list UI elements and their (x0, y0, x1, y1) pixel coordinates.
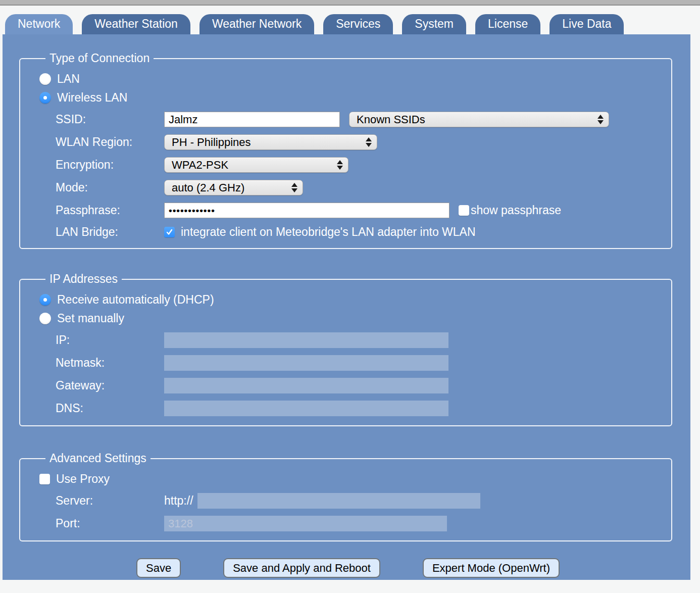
encryption-selected-value: WPA2-PSK (172, 159, 228, 172)
show-passphrase-checkbox[interactable] (459, 205, 469, 216)
gateway-label: Gateway: (56, 379, 164, 392)
save-apply-reboot-button[interactable]: Save and Apply and Reboot (223, 558, 380, 578)
save-button[interactable]: Save (136, 558, 181, 578)
known-ssids-selected-value: Known SSIDs (357, 113, 425, 126)
ip-input[interactable] (164, 332, 448, 348)
encryption-select[interactable]: WPA2-PSK (164, 157, 348, 173)
tab-network[interactable]: Network (5, 14, 73, 34)
gateway-input[interactable] (164, 378, 448, 393)
ssid-label: SSID: (56, 113, 164, 126)
dns-row: DNS: (39, 401, 661, 416)
manual-radio-label: Set manually (57, 312, 124, 325)
lan-bridge-row: LAN Bridge: integrate client on Meteobri… (39, 225, 661, 239)
tab-system[interactable]: System (402, 14, 466, 34)
lan-bridge-checkbox[interactable] (164, 227, 175, 237)
passphrase-label: Passphrase: (56, 204, 164, 217)
ip-addresses-fieldset: IP Addresses Receive automatically (DHCP… (19, 272, 672, 426)
use-proxy-checkbox[interactable] (39, 474, 50, 484)
encryption-label: Encryption: (56, 158, 164, 172)
ip-row: IP: (39, 332, 661, 348)
advanced-settings-legend: Advanced Settings (45, 452, 151, 465)
proxy-server-label: Server: (56, 494, 164, 508)
chevron-up-down-icon (291, 183, 297, 192)
wireless-lan-radio-row: Wireless LAN (39, 91, 661, 105)
use-proxy-row: Use Proxy (39, 472, 661, 486)
proxy-server-input[interactable] (197, 493, 480, 509)
lan-radio-label: LAN (57, 72, 80, 86)
dhcp-radio-row: Receive automatically (DHCP) (39, 293, 661, 307)
type-of-connection-legend: Type of Connection (45, 52, 154, 65)
wlan-region-select[interactable]: PH - Philippines (164, 134, 377, 150)
dhcp-radio-label: Receive automatically (DHCP) (57, 293, 214, 307)
tab-license[interactable]: License (475, 14, 540, 34)
tab-bar: Network Weather Station Weather Network … (0, 14, 700, 34)
proxy-server-row: Server: http:// (39, 493, 661, 509)
ip-label: IP: (56, 333, 164, 347)
passphrase-input[interactable] (164, 203, 449, 218)
show-passphrase-group: show passphrase (459, 204, 561, 217)
wlan-region-selected-value: PH - Philippines (172, 136, 251, 149)
show-passphrase-label: show passphrase (471, 204, 561, 217)
tab-weather-network[interactable]: Weather Network (199, 14, 314, 34)
mode-row: Mode: auto (2.4 GHz) (39, 180, 661, 195)
advanced-settings-fieldset: Advanced Settings Use Proxy Server: http… (19, 452, 672, 541)
encryption-row: Encryption: WPA2-PSK (39, 157, 661, 173)
known-ssids-select[interactable]: Known SSIDs (349, 112, 609, 127)
netmask-label: Netmask: (56, 356, 164, 370)
wlan-region-row: WLAN Region: PH - Philippines (39, 134, 661, 150)
ssid-row: SSID: Known SSIDs (39, 112, 661, 127)
proxy-port-row: Port: (39, 516, 661, 531)
lan-bridge-label: LAN Bridge: (56, 225, 164, 239)
chevron-up-down-icon (337, 160, 343, 170)
dns-input[interactable] (164, 401, 448, 416)
main-panel: Type of Connection LAN Wireless LAN SSID… (3, 34, 690, 580)
proxy-port-input[interactable] (164, 516, 447, 531)
dns-label: DNS: (56, 402, 164, 415)
lan-radio-row: LAN (39, 72, 661, 86)
use-proxy-label: Use Proxy (56, 472, 110, 486)
lan-bridge-text: integrate client on Meteobridge's LAN ad… (181, 225, 476, 239)
mode-label: Mode: (56, 181, 164, 194)
lan-radio[interactable] (39, 73, 51, 85)
action-button-row: Save Save and Apply and Reboot Expert Mo… (3, 558, 690, 578)
wlan-region-label: WLAN Region: (56, 135, 164, 149)
tab-live-data[interactable]: Live Data (549, 14, 624, 34)
wireless-lan-radio-label: Wireless LAN (57, 91, 127, 105)
tab-services[interactable]: Services (323, 14, 393, 34)
dhcp-radio[interactable] (39, 294, 51, 306)
wireless-lan-radio[interactable] (39, 92, 51, 104)
chevron-up-down-icon (597, 115, 604, 124)
checkmark-icon (166, 228, 173, 236)
type-of-connection-fieldset: Type of Connection LAN Wireless LAN SSID… (19, 52, 672, 249)
expert-mode-button[interactable]: Expert Mode (OpenWrt) (423, 558, 560, 578)
manual-radio[interactable] (39, 313, 51, 324)
ip-addresses-legend: IP Addresses (45, 272, 122, 286)
netmask-row: Netmask: (39, 355, 661, 371)
gateway-row: Gateway: (39, 378, 661, 393)
window-top-bar (0, 0, 700, 6)
manual-radio-row: Set manually (39, 312, 661, 325)
passphrase-row: Passphrase: show passphrase (39, 203, 661, 218)
proxy-port-label: Port: (56, 517, 164, 530)
mode-selected-value: auto (2.4 GHz) (172, 181, 244, 194)
mode-select[interactable]: auto (2.4 GHz) (164, 180, 303, 195)
netmask-input[interactable] (164, 355, 448, 371)
http-prefix: http:// (164, 494, 193, 508)
chevron-up-down-icon (366, 137, 372, 147)
ssid-input[interactable] (164, 112, 340, 127)
tab-weather-station[interactable]: Weather Station (82, 14, 190, 34)
